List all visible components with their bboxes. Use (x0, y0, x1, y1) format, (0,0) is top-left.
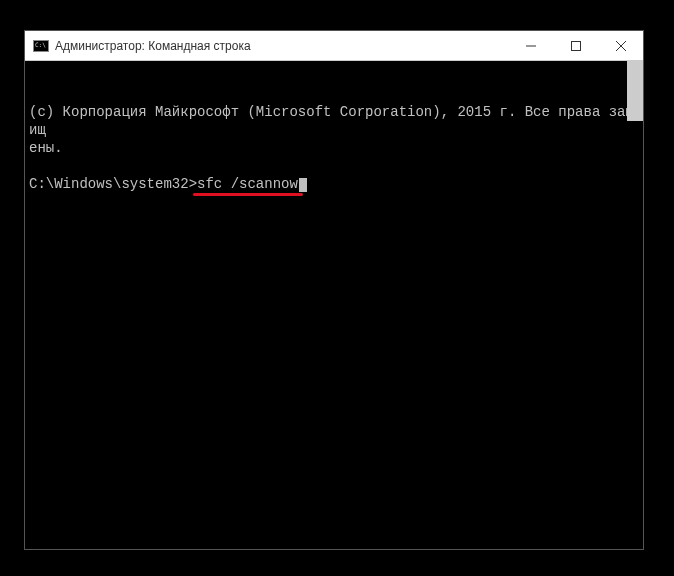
window-title: Администратор: Командная строка (55, 39, 508, 53)
window-controls (508, 31, 643, 60)
underline-annotation (193, 193, 303, 196)
minimize-button[interactable] (508, 31, 553, 60)
copyright-text-1: (с) Корпорация Майкрософт (Microsoft Cor… (29, 103, 639, 139)
command-prompt-window: Администратор: Командная строка (с) Корп… (24, 30, 644, 550)
close-button[interactable] (598, 31, 643, 60)
copyright-text-2: ены. (29, 139, 639, 157)
command-text: sfc /scannow (197, 176, 298, 192)
text-cursor (299, 178, 307, 192)
titlebar[interactable]: Администратор: Командная строка (25, 31, 643, 61)
cmd-icon (33, 40, 49, 52)
prompt-text: C:\Windows\system32> (29, 176, 197, 192)
svg-rect-1 (571, 41, 580, 50)
vertical-scrollbar[interactable] (627, 61, 643, 121)
maximize-button[interactable] (553, 31, 598, 60)
console-output[interactable]: (с) Корпорация Майкрософт (Microsoft Cor… (25, 61, 643, 549)
